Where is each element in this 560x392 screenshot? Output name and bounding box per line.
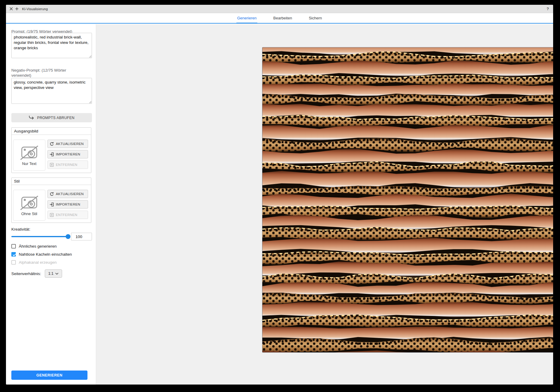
app-window: KI-Visualisierung ? Generieren Bearbeite… xyxy=(6,5,553,385)
return-arrow-icon xyxy=(29,115,34,120)
retrieve-prompts-button[interactable]: PROMPTS ABRUFEN xyxy=(11,113,92,122)
tab-bearbeiten[interactable]: Bearbeiten xyxy=(273,13,293,24)
title-bar: KI-Visualisierung ? xyxy=(6,5,553,13)
refresh-style-label: AKTUALISIEREN xyxy=(56,192,84,196)
refresh-icon xyxy=(50,192,54,196)
options-checkboxes: Ähnliches generieren Nahtlose Kacheln ei… xyxy=(11,243,72,265)
checkbox-label: Alphakanal erzeugen xyxy=(19,260,57,265)
checkbox-alpha-channel[interactable]: Alphakanal erzeugen xyxy=(11,260,72,265)
source-image-placeholder-label: Nur Text xyxy=(22,161,36,166)
retrieve-prompts-label: PROMPTS ABRUFEN xyxy=(37,116,74,120)
source-image-group: Ausgangsbild Nur Text xyxy=(11,127,91,173)
generate-button[interactable]: GENERIEREN xyxy=(11,371,87,380)
no-image-icon xyxy=(19,145,39,160)
delete-icon xyxy=(50,213,54,217)
import-icon xyxy=(50,202,54,207)
checkbox-generate-similar[interactable]: Ähnliches generieren xyxy=(11,243,72,249)
checkbox-label: Ähnliches generieren xyxy=(19,244,57,249)
import-style-button[interactable]: IMPORTIEREN xyxy=(47,200,88,209)
source-image-thumbnail[interactable]: Nur Text xyxy=(13,140,45,171)
checkbox-label: Nahtlose Kacheln einschalten xyxy=(19,252,72,257)
checkbox-box[interactable] xyxy=(11,260,16,265)
tab-bar: Generieren Bearbeiten Sichern xyxy=(6,13,553,24)
aspect-ratio-select[interactable]: 1:1 xyxy=(45,269,62,278)
refresh-source-label: AKTUALISIEREN xyxy=(56,142,84,146)
import-icon xyxy=(50,152,54,157)
aspect-ratio-value: 1:1 xyxy=(48,271,53,276)
checkbox-box[interactable] xyxy=(11,252,16,257)
creativity-label: Kreativität: xyxy=(11,227,30,232)
import-style-label: IMPORTIEREN xyxy=(56,203,80,206)
negative-prompt-input[interactable]: glossy, concrete, quarry stone, isometri… xyxy=(11,78,92,104)
tab-sichern[interactable]: Sichern xyxy=(308,13,322,24)
refresh-style-button[interactable]: AKTUALISIEREN xyxy=(47,190,88,198)
source-image-buttons: AKTUALISIEREN IMPORTIEREN xyxy=(47,140,88,169)
refresh-icon xyxy=(50,142,54,146)
aspect-ratio-row: Seitenverhältnis: 1:1 xyxy=(11,269,41,278)
remove-source-label: ENTFERNEN xyxy=(56,163,77,166)
import-source-button[interactable]: IMPORTIEREN xyxy=(47,150,88,158)
style-image-group: Stil Ohne Stil xyxy=(11,178,91,223)
creativity-slider-track[interactable] xyxy=(11,236,70,237)
creativity-slider-row xyxy=(11,233,92,240)
no-image-icon xyxy=(19,195,39,210)
chevron-down-icon xyxy=(55,273,59,275)
remove-source-button[interactable]: ENTFERNEN xyxy=(47,160,88,169)
close-icon[interactable] xyxy=(9,7,13,11)
creativity-value-input[interactable] xyxy=(71,233,92,240)
generated-image-preview xyxy=(262,47,553,353)
help-icon[interactable]: ? xyxy=(545,7,550,11)
checkbox-seamless-tiles[interactable]: Nahtlose Kacheln einschalten xyxy=(11,251,72,257)
style-thumbnail[interactable]: Ohne Stil xyxy=(13,190,45,221)
creativity-slider-thumb[interactable] xyxy=(66,234,70,239)
remove-style-label: ENTFERNEN xyxy=(56,213,77,217)
prompt-input[interactable]: photorealistic, red industrial brick-wal… xyxy=(11,33,92,58)
tab-generieren[interactable]: Generieren xyxy=(236,13,257,24)
add-tab-icon[interactable] xyxy=(15,7,19,11)
window-title: KI-Visualisierung xyxy=(22,7,48,11)
style-buttons: AKTUALISIEREN IMPORTIEREN xyxy=(47,190,88,219)
refresh-source-button[interactable]: AKTUALISIEREN xyxy=(47,140,88,148)
style-title: Stil xyxy=(12,178,91,185)
style-placeholder-label: Ohne Stil xyxy=(21,212,37,216)
remove-style-button[interactable]: ENTFERNEN xyxy=(47,211,88,219)
negative-prompt-label: Negativ-Prompt: (12/75 Wörter verwendet) xyxy=(11,68,85,78)
import-source-label: IMPORTIEREN xyxy=(56,152,80,156)
settings-sidebar: Prompt: (19/75 Wörter verwendet) photore… xyxy=(6,24,96,385)
content-area: Prompt: (19/75 Wörter verwendet) photore… xyxy=(6,24,553,385)
main-canvas-area xyxy=(96,24,553,385)
aspect-ratio-label: Seitenverhältnis: xyxy=(11,271,41,276)
checkbox-box[interactable] xyxy=(11,244,16,249)
source-image-title: Ausgangsbild xyxy=(12,128,91,135)
delete-icon xyxy=(50,163,54,167)
